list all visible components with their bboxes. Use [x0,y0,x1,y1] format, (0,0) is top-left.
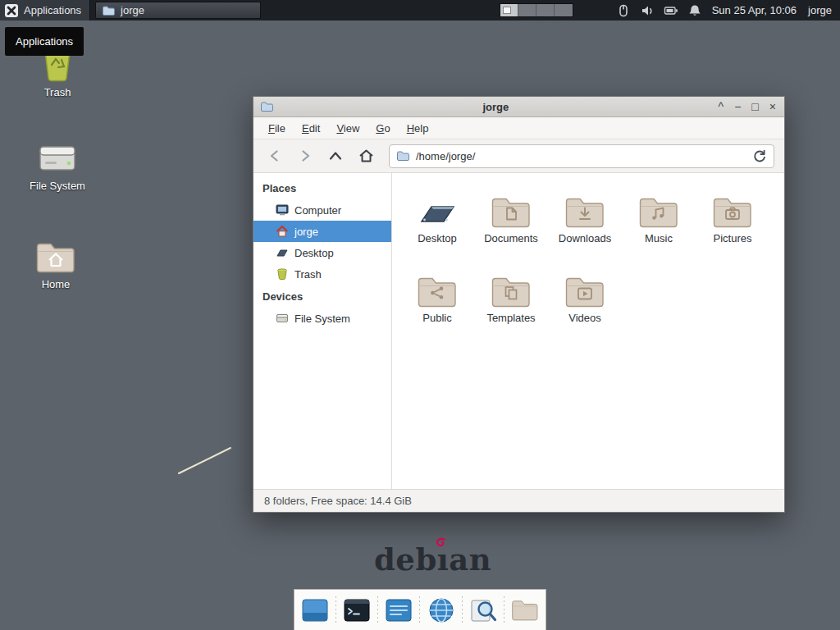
back-button[interactable] [267,148,283,164]
workspace-3[interactable] [536,4,555,16]
public-folder-icon [401,264,473,310]
terminal-icon [343,596,371,624]
dock-separator [462,596,463,624]
drive-icon [276,312,289,325]
sidebar-item-file-system[interactable]: File System [253,308,391,329]
sidebar-item-label: jorge [294,226,318,238]
application-finder-launcher[interactable] [468,595,499,626]
volume-icon[interactable] [640,3,655,18]
file-label: Videos [549,312,621,324]
show-desktop-launcher[interactable] [299,595,331,626]
menu-edit[interactable]: Edit [294,119,328,138]
filesystem-drive-icon [16,141,98,176]
reload-button[interactable] [752,148,767,163]
videos-folder-icon [549,264,621,310]
file-label: Desktop [401,232,473,244]
file-label: Public [401,312,473,324]
up-button[interactable] [327,148,344,164]
file-label: Templates [475,312,547,324]
sidebar-header-places: Places [253,176,391,199]
file-label: Documents [475,232,547,244]
workspace-2[interactable] [518,4,536,16]
sidebar-item-label: Desktop [294,247,334,259]
home-button[interactable] [358,148,375,164]
close-button[interactable]: × [769,101,776,112]
username-label[interactable]: jorge [808,4,832,16]
file-item-templates[interactable]: Templates [475,264,547,344]
dock-separator [504,596,504,624]
documents-folder-icon [475,185,547,231]
computer-icon [276,203,289,217]
shade-button[interactable]: ^ [719,101,724,112]
workspace-pager [500,3,573,17]
path-bar[interactable]: /home/jorge/ [389,144,774,168]
toolbar: /home/jorge/ [253,139,784,173]
menu-view[interactable]: View [328,119,368,138]
top-panel: Applications jorge Sun 25 [0,0,840,21]
text-editor-icon [385,596,413,624]
desktop-icon-filesystem[interactable]: File System [16,141,98,192]
workspace-1[interactable] [500,4,518,16]
dock-separator [336,596,336,624]
file-item-documents[interactable]: Documents [475,185,547,264]
status-bar: 8 folders, Free space: 14.4 GiB [253,489,784,512]
notifications-bell-icon[interactable] [687,3,702,18]
menu-go[interactable]: Go [368,119,398,138]
debian-logo-text: deb [374,541,437,578]
window-title: jorge [278,101,714,113]
file-item-videos[interactable]: Videos [549,264,621,344]
applications-tooltip: Applications [5,27,84,56]
sidebar-item-desktop[interactable]: Desktop [253,242,391,263]
trash-icon [276,267,289,281]
menu-help[interactable]: Help [399,119,437,138]
maximize-button[interactable]: □ [751,101,758,112]
applications-menu-icon [5,4,18,17]
taskbar-window-button[interactable]: jorge [95,2,261,19]
templates-folder-icon [475,264,547,310]
dock-separator [419,596,420,624]
sidebar-item-label: File System [294,313,350,325]
menubar: File Edit View Go Help [253,117,784,139]
pointer-device-icon[interactable] [616,3,631,18]
applications-menu-button[interactable]: Applications [0,0,90,21]
file-item-downloads[interactable]: Downloads [549,185,621,264]
forward-button[interactable] [297,148,313,164]
globe-icon [427,596,455,624]
sidebar-item-trash[interactable]: Trash [253,263,391,285]
desktop-icon-label: Home [15,278,97,290]
show-desktop-icon [301,596,329,624]
file-item-pictures[interactable]: Pictures [696,185,769,264]
system-tray [616,3,702,18]
pictures-folder-icon [696,185,769,231]
sidebar-header-devices: Devices [253,285,391,308]
music-folder-icon [623,185,695,231]
sidebar-item-label: Computer [294,204,341,217]
sidebar-item-jorge[interactable]: jorge [253,221,391,242]
file-item-desktop[interactable]: Desktop [401,185,473,264]
file-manager-launcher[interactable] [509,595,541,626]
bottom-dock [294,589,546,630]
status-text: 8 folders, Free space: 14.4 GiB [264,495,412,507]
desktop-icon-home[interactable]: Home [15,241,97,290]
clock[interactable]: Sun 25 Apr, 10:06 [712,4,797,16]
battery-icon[interactable] [664,3,678,18]
minimize-button[interactable]: − [734,101,741,112]
window-titlebar[interactable]: jorge ^ − □ × [253,97,784,117]
file-label: Pictures [696,232,769,244]
workspace-4[interactable] [555,4,573,16]
web-browser-launcher[interactable] [426,595,457,626]
desktop-icon-label: Trash [16,86,98,98]
menu-file[interactable]: File [260,119,294,138]
file-manager-window: jorge ^ − □ × File Edit View Go Help [253,96,785,513]
file-item-music[interactable]: Music [623,185,695,264]
terminal-launcher[interactable] [341,595,372,626]
text-editor-launcher[interactable] [383,595,414,626]
desktop-icon [276,246,289,259]
window-folder-icon [260,100,273,113]
window-controls: ^ − □ × [719,101,778,112]
file-item-public[interactable]: Public [401,264,473,344]
workspace-window-thumb [503,7,511,14]
debian-swirl-icon [436,537,446,548]
file-label: Music [623,232,695,244]
sidebar-item-computer[interactable]: Computer [253,199,391,221]
